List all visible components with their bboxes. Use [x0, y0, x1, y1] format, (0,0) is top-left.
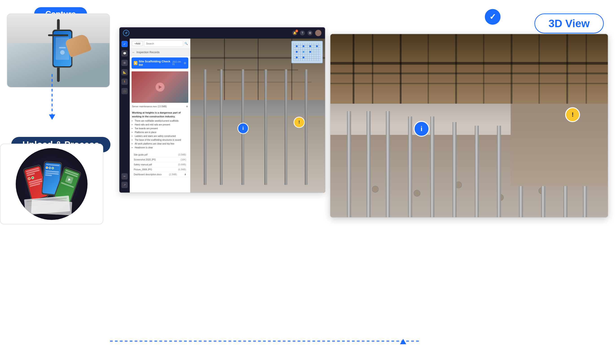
construction-background: i !	[190, 39, 325, 193]
left-section: Capture	[7, 4, 115, 96]
arrow-down-icon	[49, 115, 55, 120]
file-name-2: Screenshot 2020.JPG	[134, 158, 156, 161]
file-row-server[interactable]: Server maintenance.mov (13.5MB) ⬇	[130, 104, 190, 109]
arrow-up-icon	[400, 339, 406, 344]
sidebar-icon-video[interactable]: 🎥	[121, 88, 128, 94]
steel-column-5	[285, 69, 287, 185]
user-avatar[interactable]	[315, 30, 321, 36]
file-row-3[interactable]: Safety manual.pdf (5.6MB)	[131, 162, 188, 167]
file-name-4: Picture_0908.JPG	[134, 168, 152, 171]
info-marker[interactable]: i	[237, 123, 249, 134]
capture-box	[7, 13, 110, 88]
vertical-connector	[52, 74, 52, 119]
ceiling-support-1	[224, 39, 225, 100]
lv-col-8	[497, 126, 501, 217]
description-text: Working at heights is a dangerous part o…	[130, 109, 190, 152]
ceiling-support-2	[258, 39, 259, 100]
bell-icon-wrapper[interactable]: 🔔 1	[292, 30, 297, 36]
sidebar-icon-edit[interactable]: ✏	[121, 173, 128, 180]
add-button[interactable]: +Add	[132, 41, 143, 46]
settings-icon[interactable]: ⚙	[308, 30, 313, 36]
lv-col-4	[408, 117, 412, 217]
record-title: Site Scaffolding Check list	[139, 60, 171, 66]
panel-search-bar: +Add 🔍	[130, 39, 190, 49]
large-warning-label: !	[572, 111, 574, 118]
desc-item-4: Platforms are in place	[135, 130, 188, 134]
file-row-2[interactable]: Screenshot 2020.JPG (16K)	[131, 157, 188, 162]
file-size-1: (3.5MB)	[178, 154, 186, 156]
large-info-marker[interactable]: i	[414, 121, 429, 137]
record-nav-icon: ⊙	[184, 62, 186, 65]
sidebar-icon-check[interactable]: ✓	[121, 41, 128, 47]
capture-image	[7, 14, 110, 87]
info-marker-label: i	[242, 125, 244, 131]
desc-item-6: The base of the scaffolding structures i…	[135, 138, 188, 142]
app-left-panel: +Add 🔍 ← Inspection Records 📋 Site Scaff…	[130, 39, 190, 193]
file-row-1[interactable]: Site guide.pdf (3.5MB)	[131, 152, 188, 157]
record-icon: 📋	[134, 61, 137, 65]
large-construction-bg: i !	[330, 34, 608, 217]
sidebar-icon-person[interactable]: 🚶	[121, 78, 128, 85]
steel-column-4	[264, 69, 267, 185]
notification-badge: 1	[295, 30, 298, 32]
back-button[interactable]: ← Inspection Records	[130, 49, 190, 56]
stand-crossbar-icon	[48, 34, 68, 36]
upload-image	[16, 148, 88, 220]
desc-item-7: All work platforms are clear and trip fr…	[135, 142, 188, 145]
file-name-5: Dashboard description.docx	[134, 173, 162, 176]
warning-marker[interactable]: !	[294, 117, 305, 128]
video-thumbnail[interactable]	[131, 71, 188, 103]
desc-item-5: Ladders and stairs are safely constructe…	[135, 134, 188, 138]
sidebar-icon-share[interactable]: ↗	[121, 182, 128, 188]
sidebar-bottom-icons: ✏ ↗	[121, 171, 128, 190]
large-info-label: i	[421, 125, 422, 133]
app-topbar: ↺ 🔔 1 ? ⚙	[119, 27, 325, 39]
files-list: Site guide.pdf (3.5MB) Screenshot 2020.J…	[130, 152, 190, 178]
lv-col-5	[430, 117, 434, 217]
file-name-3: Safety manual.pdf	[134, 163, 152, 166]
help-icon[interactable]: ?	[300, 30, 305, 36]
lv-col-3	[386, 111, 390, 217]
desc-item-1: There are notifiable weekly/current scaf…	[135, 119, 188, 123]
blueprint-overlay	[291, 41, 323, 63]
file-row-4[interactable]: Picture_0908.JPG (6.3MB)	[131, 167, 188, 172]
download-icon-5[interactable]: ⬇	[184, 173, 186, 176]
sidebar-icon-ruler[interactable]: 📐	[121, 69, 128, 75]
back-arrow-icon: ←	[132, 51, 135, 54]
wall-partition	[511, 104, 608, 186]
large-3d-view: i !	[330, 34, 608, 218]
inspection-record-item[interactable]: 📋 Site Scaffolding Check list 2021-04-01…	[131, 57, 188, 69]
steel-column-6	[305, 69, 308, 185]
desc-item-2: Hand rails and mid rails are present	[135, 123, 188, 126]
horizontal-connector	[110, 341, 420, 342]
app-screenshot: ↺ 🔔 1 ? ⚙ ✓ 💬 ⊞ 📐	[119, 27, 326, 193]
description-list: There are notifiable weekly/current scaf…	[132, 119, 188, 149]
desc-item-3: Toe boards are present	[135, 127, 188, 130]
record-date: 2021-04-01	[172, 61, 183, 65]
download-icon[interactable]: ⬇	[186, 105, 188, 108]
sidebar-icon-layers[interactable]: ⊞	[121, 60, 128, 66]
search-icon: 🔍	[184, 42, 188, 45]
video-file-name: Server maintenance.mov (13.5MB)	[132, 105, 167, 108]
lv-col-6	[453, 122, 457, 217]
phones-cluster-icon	[20, 153, 83, 215]
file-name-1: Site guide.pdf	[134, 154, 147, 156]
desc-item-8: Headroom is clear	[135, 146, 188, 149]
app-main-view: i !	[190, 39, 325, 193]
blueprint-grid	[294, 43, 321, 61]
file-size-4: (6.3MB)	[178, 168, 186, 171]
search-input[interactable]	[144, 40, 183, 47]
back-label: Inspection Records	[136, 51, 160, 54]
3d-view-label: 3D View	[535, 13, 604, 33]
file-row-5[interactable]: Dashboard description.docx (2.3MB) ⬇	[131, 172, 188, 177]
app-logo-icon: ↺	[123, 30, 129, 36]
large-ceiling	[330, 34, 608, 104]
file-size-3: (5.6MB)	[178, 163, 186, 166]
large-warning-marker[interactable]: !	[565, 107, 580, 122]
sidebar-icon-message[interactable]: 💬	[121, 50, 128, 57]
3d-view-check-badge: ✓	[485, 9, 500, 25]
steel-column-2	[220, 69, 223, 185]
warning-marker-label: !	[299, 120, 300, 125]
checkmark-icon: ✓	[489, 12, 496, 22]
file-size-5: (2.3MB)	[169, 173, 177, 176]
